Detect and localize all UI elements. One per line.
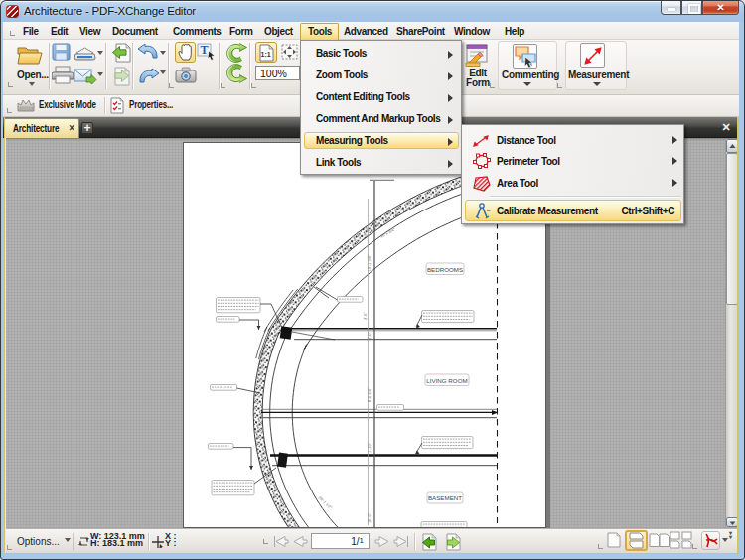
svg-text:16' x 3/4": 16' x 3/4" (379, 226, 396, 238)
svg-text:2'-6": 2'-6" (363, 311, 368, 320)
svg-text:T: T (201, 43, 209, 57)
svg-text:10'-0": 10'-0" (367, 512, 372, 523)
svg-text:BASEMENT: BASEMENT (428, 494, 462, 501)
svg-text:19'-1 3/4": 19'-1 3/4" (367, 254, 372, 271)
svg-text:1'-10": 1'-10" (367, 442, 372, 453)
svg-text:1:1: 1:1 (261, 51, 271, 58)
svg-text:26'-1 1/2": 26'-1 1/2" (318, 495, 334, 510)
svg-text:8'-0 3/4": 8'-0 3/4" (367, 387, 372, 402)
svg-text:3'-0": 3'-0" (367, 331, 372, 340)
svg-text:LIVING ROOM: LIVING ROOM (426, 377, 467, 384)
svg-text:BEDROOMS: BEDROOMS (427, 266, 463, 273)
